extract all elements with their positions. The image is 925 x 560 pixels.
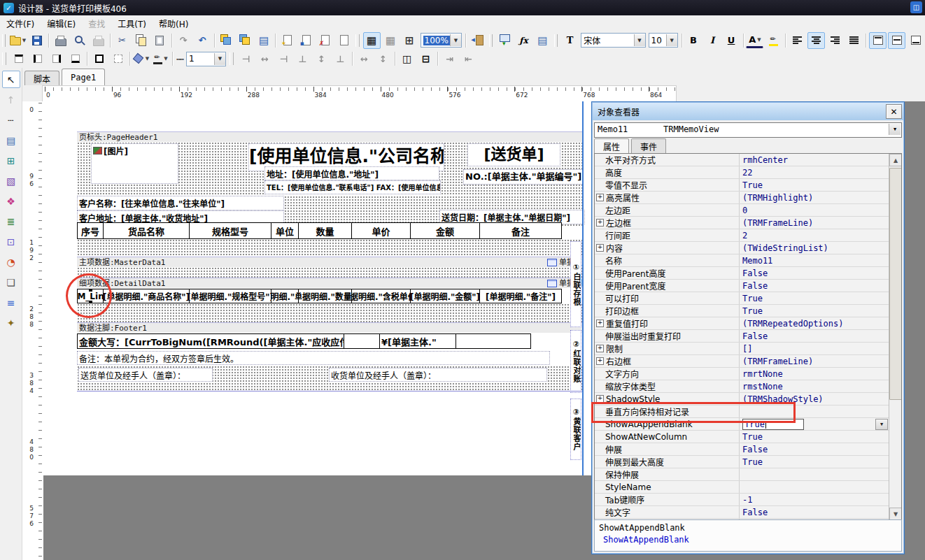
expand-icon[interactable]: + <box>596 345 604 352</box>
snap-to-grid-button[interactable]: ▦ <box>382 32 400 49</box>
address-memo[interactable]: 地址：[使用单位信息."地址"] <box>264 166 439 180</box>
tel-fax-memo[interactable]: TEL：[使用单位信息."联系电话"] FAX：[使用单位信息."传真"] <box>264 180 441 194</box>
tab-script[interactable]: 脚本 <box>24 71 59 85</box>
property-name[interactable]: 行间距 <box>595 229 740 241</box>
expand-icon[interactable]: + <box>596 194 604 201</box>
property-value[interactable]: (TRMShadowStyle) <box>740 393 901 405</box>
amount-empty-cell2[interactable] <box>456 333 531 349</box>
undo-button[interactable]: ↶ <box>194 32 211 49</box>
band-master-data[interactable]: 主项数据:MasterData1 单据主 <box>77 257 582 267</box>
font-size-dropdown-icon[interactable]: ▼ <box>666 34 677 46</box>
property-value[interactable]: True <box>740 179 901 191</box>
table-header-cell[interactable]: 单价 <box>351 222 411 239</box>
copy-strip-2[interactable]: ②红联对账 <box>570 330 581 393</box>
property-name[interactable]: 名称 <box>595 254 740 266</box>
frame-left-button[interactable] <box>29 50 46 67</box>
frame-right-button[interactable] <box>48 50 65 67</box>
picture-tool[interactable]: ▧ <box>2 172 20 189</box>
memo-tool[interactable]: ▤ <box>2 131 20 149</box>
send-to-back-button[interactable] <box>236 32 253 49</box>
property-value[interactable] <box>740 468 901 480</box>
property-value[interactable]: 0 <box>740 204 901 216</box>
copy-button[interactable] <box>132 32 150 49</box>
scroll-up-icon[interactable]: ▲ <box>889 154 902 166</box>
same-height-button[interactable]: ⊟ <box>417 50 435 67</box>
menu-item-3[interactable]: 工具(T) <box>111 16 153 31</box>
fill-color-button[interactable]: ▼ <box>133 50 150 67</box>
align-left-button[interactable] <box>789 32 806 49</box>
property-value[interactable]: rmstNone <box>740 380 901 392</box>
tab-events[interactable]: 事件 <box>631 138 666 154</box>
select-tool[interactable]: ↖ <box>2 71 20 88</box>
band-tool[interactable]: ┄ <box>2 111 20 129</box>
menu-item-0[interactable]: 文件(F) <box>0 16 41 31</box>
expand-icon[interactable]: + <box>596 395 604 403</box>
detail-cell[interactable]: [单据明细."金额"] <box>410 289 480 303</box>
font-color-dropdown-icon[interactable]: ▼ <box>757 37 761 43</box>
underline-button[interactable]: U <box>723 32 740 49</box>
property-value[interactable] <box>740 405 901 417</box>
band-footer[interactable]: 数据注脚:Footer1 <box>77 322 582 333</box>
table-header-cell[interactable]: 序号 <box>77 222 104 239</box>
property-value[interactable]: (TRMFrameLine) <box>740 217 901 229</box>
property-value[interactable]: (TWideStringList) <box>740 242 901 254</box>
expand-icon[interactable]: + <box>596 320 604 327</box>
line-color-dropdown-icon[interactable]: ▼ <box>164 56 167 62</box>
property-name[interactable]: 零值不显示 <box>595 179 740 191</box>
property-name[interactable]: 使用Parent宽度 <box>595 280 740 292</box>
expand-icon[interactable]: + <box>596 219 604 227</box>
valign-middle-button[interactable] <box>888 32 905 49</box>
property-name[interactable]: 打印边框 <box>595 305 740 317</box>
scroll-thumb[interactable] <box>889 168 902 400</box>
amount-words-cell[interactable]: 金额大写：[CurrToBigNum([RMRound([单据主体."应收应付 <box>77 333 344 349</box>
property-name[interactable]: ShowAtAppendBlank <box>595 418 740 430</box>
detail-cell[interactable]: [单据明细."含税单价"] <box>351 289 411 303</box>
property-name[interactable]: 伸展溢出时重复打印 <box>595 330 740 342</box>
align-to-grid-button[interactable]: ⊞ <box>401 32 418 49</box>
property-name[interactable]: 文字方向 <box>595 368 740 380</box>
zoom-combo[interactable]: 100%▼ <box>421 33 462 48</box>
detail-cell[interactable]: [单据明细."数量"] <box>298 289 352 303</box>
property-name[interactable]: +内容 <box>595 242 740 254</box>
toolbar-grip[interactable] <box>489 34 493 47</box>
detail-cell[interactable]: [单据明细."单位"] <box>271 289 299 303</box>
property-name[interactable]: 保持伸展 <box>595 468 740 480</box>
table-header-cell[interactable]: 数量 <box>298 222 352 239</box>
data-dictionary-button[interactable] <box>496 32 514 49</box>
doc-title-memo[interactable]: [送货单] <box>467 143 560 166</box>
property-name[interactable]: 垂直方向保持相对记录 <box>595 405 740 417</box>
property-name[interactable]: 使用Parent高度 <box>595 267 740 279</box>
customer-name-memo[interactable]: 客户名称：[往来单位信息."往来单位"] <box>77 196 284 210</box>
horizontal-ruler[interactable]: 096192288384480576672768864 <box>42 85 677 103</box>
property-value[interactable]: True <box>740 292 901 304</box>
expand-icon[interactable]: + <box>596 244 604 252</box>
fill-color-dropdown-icon[interactable]: ▼ <box>146 56 149 62</box>
menu-item-4[interactable]: 帮助(H) <box>153 16 195 31</box>
expression-tool[interactable]: ⊞ <box>2 152 20 169</box>
frame-top-button[interactable] <box>10 50 27 67</box>
property-name[interactable]: 可以打印 <box>595 292 740 304</box>
valign-bottom-button[interactable] <box>907 32 924 49</box>
detail-cell[interactable]: [单据明细."规格型号"] <box>189 289 271 303</box>
component-tool[interactable]: ✦ <box>2 314 20 331</box>
table-header-cell[interactable]: 规格型号 <box>189 222 271 239</box>
same-width-button[interactable]: ◫ <box>398 50 416 67</box>
property-value[interactable]: True <box>740 305 901 317</box>
tab-page1[interactable]: Page1 <box>62 69 105 85</box>
receiver-sign-memo[interactable]: 收货单位及经手人（盖章）： <box>329 368 547 382</box>
line-width-combo[interactable]: 1▼ <box>186 52 226 66</box>
property-value[interactable] <box>740 481 901 493</box>
property-name[interactable]: 伸展到最大高度 <box>595 456 740 468</box>
property-name[interactable]: +重复值打印 <box>595 317 740 329</box>
property-value[interactable]: False <box>740 267 901 279</box>
frame-all-button[interactable] <box>90 50 108 67</box>
object-list-button[interactable]: ▤ <box>255 32 272 49</box>
toolbar-grip[interactable] <box>355 34 359 47</box>
line-color-button[interactable]: ▼ <box>152 50 169 67</box>
property-value[interactable]: False <box>740 280 901 292</box>
valign-top-button[interactable] <box>869 32 887 49</box>
property-value[interactable]: True▼ <box>740 418 901 430</box>
font-name-combo[interactable]: 宋体▼ <box>581 33 645 48</box>
description-property-link[interactable]: ShowAtAppendBlank <box>603 535 897 545</box>
new-report-page-button[interactable]: ✶ <box>278 32 296 49</box>
